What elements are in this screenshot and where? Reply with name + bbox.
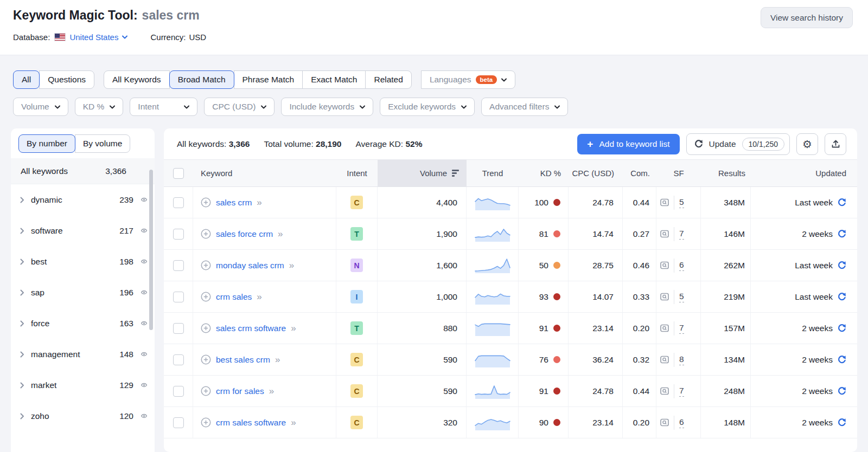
- sf-count[interactable]: 6: [679, 260, 684, 271]
- col-kd[interactable]: KD %: [519, 160, 569, 186]
- col-sf[interactable]: SF: [656, 160, 701, 186]
- eye-icon[interactable]: [140, 412, 148, 419]
- serp-features-icon[interactable]: [660, 229, 669, 238]
- eye-icon[interactable]: [140, 351, 148, 358]
- keyword-link[interactable]: sales crm: [216, 198, 252, 208]
- kd-filter-dropdown[interactable]: KD %: [75, 98, 124, 116]
- sidebar-group-zoho[interactable]: zoho120: [11, 401, 155, 431]
- select-all-checkbox[interactable]: [173, 168, 184, 179]
- intent-filter-dropdown[interactable]: Intent: [130, 98, 197, 116]
- keyword-link[interactable]: crm sales: [216, 292, 252, 302]
- keyword-link[interactable]: crm sales software: [216, 418, 286, 428]
- tab-phrase-match[interactable]: Phrase Match: [234, 70, 303, 89]
- row-checkbox[interactable]: [173, 229, 184, 240]
- tab-by-number[interactable]: By number: [18, 134, 75, 153]
- cpc-filter-dropdown[interactable]: CPC (USD): [204, 98, 275, 116]
- serp-features-icon[interactable]: [660, 261, 669, 270]
- add-keyword-icon[interactable]: [201, 386, 211, 396]
- add-keyword-icon[interactable]: [201, 229, 211, 239]
- expand-keyword-icon[interactable]: »: [289, 260, 293, 271]
- eye-icon[interactable]: [140, 382, 148, 389]
- languages-dropdown[interactable]: Languages beta: [421, 70, 515, 89]
- col-com[interactable]: Com.: [623, 160, 656, 186]
- sf-count[interactable]: 6: [679, 417, 684, 428]
- expand-keyword-icon[interactable]: »: [291, 323, 295, 334]
- row-checkbox[interactable]: [173, 197, 184, 208]
- row-checkbox[interactable]: [173, 292, 184, 302]
- serp-features-icon[interactable]: [660, 292, 669, 301]
- row-checkbox[interactable]: [173, 260, 184, 271]
- expand-keyword-icon[interactable]: »: [291, 417, 295, 428]
- eye-icon[interactable]: [140, 196, 148, 203]
- refresh-icon[interactable]: [837, 386, 846, 396]
- expand-keyword-icon[interactable]: »: [275, 354, 279, 365]
- col-results[interactable]: Results: [701, 160, 751, 186]
- expand-keyword-icon[interactable]: »: [269, 386, 273, 397]
- row-checkbox[interactable]: [173, 354, 184, 365]
- refresh-icon[interactable]: [837, 292, 846, 301]
- sidebar-group-market[interactable]: market129: [11, 370, 155, 401]
- add-to-keyword-list-button[interactable]: +Add to keyword list: [577, 134, 679, 154]
- tab-exact-match[interactable]: Exact Match: [302, 70, 366, 89]
- include-keywords-dropdown[interactable]: Include keywords: [281, 98, 373, 116]
- sidebar-scrollbar[interactable]: [149, 170, 153, 330]
- serp-features-icon[interactable]: [660, 355, 669, 364]
- sf-count[interactable]: 7: [679, 386, 684, 397]
- database-selector[interactable]: United States: [69, 33, 127, 42]
- add-keyword-icon[interactable]: [201, 417, 211, 428]
- advanced-filters-dropdown[interactable]: Advanced filters: [481, 98, 568, 116]
- col-volume[interactable]: Volume: [378, 160, 467, 186]
- add-keyword-icon[interactable]: [201, 323, 211, 333]
- add-keyword-icon[interactable]: [201, 292, 211, 302]
- sf-count[interactable]: 5: [679, 197, 684, 208]
- sidebar-group-software[interactable]: software217: [11, 215, 155, 246]
- refresh-icon[interactable]: [837, 355, 846, 364]
- refresh-icon[interactable]: [837, 198, 846, 207]
- sidebar-group-force[interactable]: force163: [11, 308, 155, 339]
- tab-all[interactable]: All: [13, 70, 40, 89]
- col-cpc[interactable]: CPC (USD): [569, 160, 623, 186]
- col-keyword[interactable]: Keyword: [193, 160, 336, 186]
- row-checkbox[interactable]: [173, 323, 184, 334]
- serp-features-icon[interactable]: [660, 198, 669, 207]
- add-keyword-icon[interactable]: [201, 197, 211, 208]
- tab-all-keywords[interactable]: All Keywords: [104, 70, 170, 89]
- sf-count[interactable]: 7: [679, 229, 684, 240]
- keyword-link[interactable]: sales force crm: [216, 229, 273, 239]
- keyword-link[interactable]: crm for sales: [216, 386, 264, 396]
- refresh-icon[interactable]: [837, 261, 846, 270]
- eye-icon[interactable]: [140, 320, 148, 327]
- refresh-icon[interactable]: [837, 324, 846, 333]
- eye-icon[interactable]: [140, 227, 148, 234]
- tab-related[interactable]: Related: [365, 70, 411, 89]
- export-button[interactable]: [825, 133, 846, 155]
- settings-button[interactable]: ⚙: [796, 133, 818, 155]
- update-button[interactable]: Update 10/1,250: [686, 133, 790, 155]
- expand-keyword-icon[interactable]: »: [257, 197, 260, 208]
- col-updated[interactable]: Updated: [751, 160, 857, 186]
- sf-count[interactable]: 7: [679, 323, 684, 334]
- tab-by-volume[interactable]: By volume: [75, 134, 130, 153]
- sf-count[interactable]: 5: [679, 292, 684, 302]
- sf-count[interactable]: 8: [679, 354, 684, 365]
- refresh-icon[interactable]: [837, 229, 846, 238]
- volume-filter-dropdown[interactable]: Volume: [13, 98, 68, 116]
- serp-features-icon[interactable]: [660, 386, 669, 396]
- col-trend[interactable]: Trend: [467, 160, 519, 186]
- keyword-link[interactable]: best sales crm: [216, 355, 270, 365]
- keyword-link[interactable]: monday sales crm: [216, 261, 284, 270]
- keyword-link[interactable]: sales crm software: [216, 324, 286, 333]
- view-search-history-button[interactable]: View search history: [761, 7, 853, 28]
- sidebar-group-management[interactable]: management148: [11, 339, 155, 370]
- expand-keyword-icon[interactable]: »: [278, 229, 282, 240]
- serp-features-icon[interactable]: [660, 418, 669, 427]
- col-intent[interactable]: Intent: [336, 160, 378, 186]
- sidebar-group-sap[interactable]: sap196: [11, 277, 155, 308]
- eye-icon[interactable]: [140, 289, 148, 296]
- row-checkbox[interactable]: [173, 417, 184, 428]
- add-keyword-icon[interactable]: [201, 260, 211, 270]
- eye-icon[interactable]: [140, 258, 148, 265]
- tab-questions[interactable]: Questions: [39, 70, 94, 89]
- all-keywords-row[interactable]: All keywords 3,366: [11, 158, 155, 184]
- row-checkbox[interactable]: [173, 386, 184, 397]
